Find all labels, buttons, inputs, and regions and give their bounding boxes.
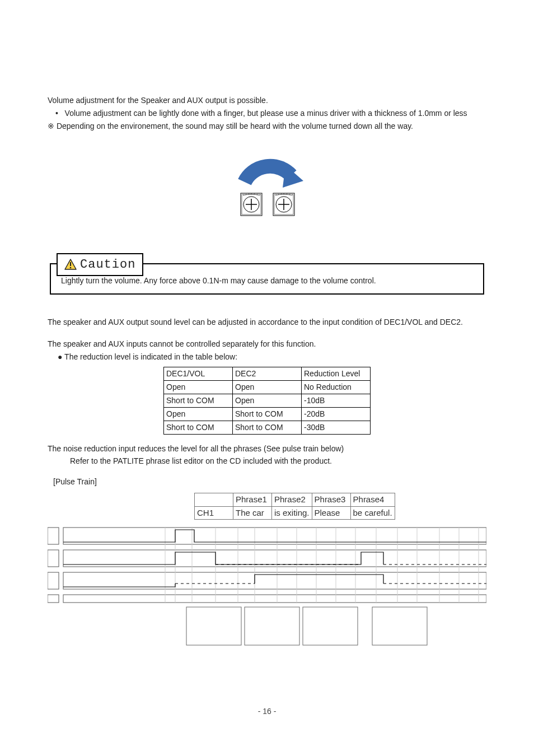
table-cell: CH1 <box>195 506 233 519</box>
table-cell: Open <box>164 381 233 394</box>
pulse-train-label: [Pulse Train] <box>48 477 486 487</box>
table-cell: Short to COM <box>164 421 233 434</box>
table-cell: is exiting. <box>272 506 312 519</box>
intro-line1: Volume adjustment for the Speaker and AU… <box>48 95 486 106</box>
table-cell: Short to COM <box>233 421 302 434</box>
table-header: DEC1/VOL <box>164 367 233 381</box>
warning-triangle-icon <box>64 259 77 270</box>
table-cell: Short to COM <box>233 407 302 421</box>
svg-rect-41 <box>303 607 358 645</box>
table-row: CH1 The car is exiting. Please be carefu… <box>195 506 395 519</box>
bullet: • <box>55 109 58 118</box>
intro-line3-text: Depending on the environement, the sound… <box>57 122 413 130</box>
table-cell: Phrase3 <box>312 493 350 506</box>
table-row: Phrase1 Phrase2 Phrase3 Phrase4 <box>195 493 395 506</box>
caution-box: Caution Lightly turn the volume. Any for… <box>50 263 484 295</box>
svg-rect-20 <box>48 595 59 603</box>
phrase-table: Phrase1 Phrase2 Phrase3 Phrase4 CH1 The … <box>194 493 395 520</box>
svg-rect-21 <box>63 595 486 603</box>
table-row: Open Open No Reduction <box>164 381 371 394</box>
table-row: DEC1/VOL DEC2 Reduction Level <box>164 367 371 381</box>
table-cell: -30dB <box>302 421 371 434</box>
table-cell: Open <box>233 381 302 394</box>
table-cell: Phrase1 <box>233 493 272 506</box>
bottom-p1: The noise reduction input reduces the le… <box>48 444 486 454</box>
table-cell: The car <box>233 506 272 519</box>
mid-p3: ● The reduction level is indicated in th… <box>48 352 486 362</box>
table-cell: -20dB <box>302 407 371 421</box>
bottom-p2: Refer to the PATLITE phrase list editor … <box>48 456 486 466</box>
table-header: DEC2 <box>233 367 302 381</box>
volume-knob-figure <box>48 148 486 224</box>
table-cell: Open <box>233 394 302 407</box>
volume-arrow-icon <box>225 148 309 221</box>
intro-line2-text: Volume adjustment can be lightly done wi… <box>65 109 467 118</box>
table-cell: Short to COM <box>164 394 233 407</box>
mid-p1: The speaker and AUX output sound level c… <box>48 317 486 328</box>
svg-rect-14 <box>48 528 59 544</box>
table-header: Reduction Level <box>302 367 371 381</box>
caution-body: Lightly turn the volume. Any force above… <box>61 276 473 286</box>
page: Volume adjustment for the Speaker and AU… <box>0 0 534 756</box>
table-cell <box>195 493 233 506</box>
svg-point-13 <box>70 267 72 269</box>
table-cell: be careful. <box>350 506 395 519</box>
svg-rect-18 <box>48 572 59 589</box>
svg-rect-42 <box>372 607 427 645</box>
caution-label: Caution <box>57 253 143 277</box>
table-cell: Phrase4 <box>350 493 395 506</box>
pulse-train-diagram <box>48 523 486 652</box>
intro-line3: ※ Depending on the environement, the sou… <box>48 121 486 132</box>
table-row: Short to COM Short to COM -30dB <box>164 421 371 434</box>
reference-mark: ※ <box>48 122 54 130</box>
table-cell: Open <box>164 407 233 421</box>
caution-label-text: Caution <box>80 256 135 273</box>
table-row: Open Short to COM -20dB <box>164 407 371 421</box>
page-number: - 16 - <box>0 706 534 717</box>
svg-rect-39 <box>186 607 241 645</box>
svg-rect-40 <box>245 607 299 645</box>
svg-rect-16 <box>48 550 59 567</box>
table-cell: No Reduction <box>302 381 371 394</box>
intro-line2: • Volume adjustment can be lightly done … <box>48 108 486 119</box>
mid-p2: The speaker and AUX inputs cannot be con… <box>48 339 486 349</box>
table-cell: Phrase2 <box>272 493 312 506</box>
reduction-level-table: DEC1/VOL DEC2 Reduction Level Open Open … <box>163 367 371 434</box>
table-cell: Please <box>312 506 350 519</box>
table-cell: -10dB <box>302 394 371 407</box>
table-row: Short to COM Open -10dB <box>164 394 371 407</box>
